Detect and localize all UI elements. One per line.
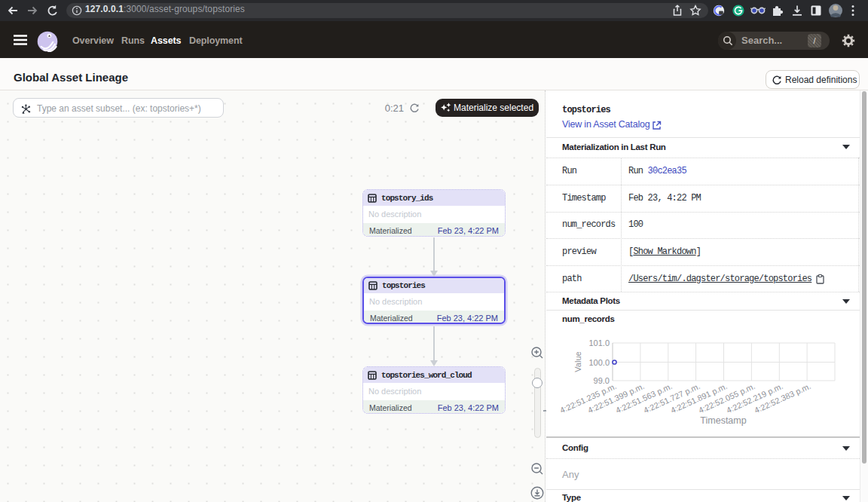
svg-text:100.0: 100.0 <box>588 358 610 367</box>
svg-text:Value: Value <box>573 351 582 372</box>
svg-text:Timestamp: Timestamp <box>700 415 746 426</box>
svg-text:101.0: 101.0 <box>588 338 610 347</box>
